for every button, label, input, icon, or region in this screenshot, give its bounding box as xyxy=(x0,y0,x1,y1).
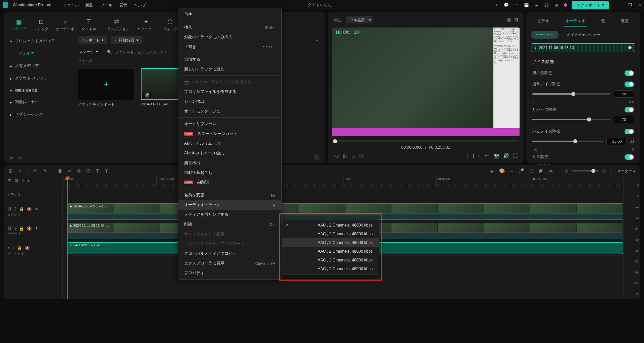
tracks-icon[interactable]: ☰ xyxy=(7,179,11,183)
tab-title[interactable]: Tタイトル xyxy=(82,18,96,32)
export-button[interactable]: エクスポート ▾ xyxy=(572,1,609,9)
ctx-item[interactable]: オーディオトラック▸ xyxy=(178,200,281,210)
step-back-icon[interactable]: |▷ xyxy=(343,153,348,158)
track-header-v2[interactable]: 🎞2🔒🔇👁 ビデオ 2 xyxy=(4,202,62,222)
play-icon[interactable]: ▷ xyxy=(352,153,356,158)
tab-media[interactable]: ▦メディア xyxy=(11,18,26,32)
ctx-item[interactable]: 再生 xyxy=(178,10,281,19)
link-icon[interactable]: ⛓ xyxy=(14,179,18,183)
ctx-item[interactable]: 新しいトラックに追加 xyxy=(178,64,281,74)
auto-icon[interactable]: ⌖ xyxy=(27,179,30,183)
undo-icon[interactable]: ↶ xyxy=(33,168,37,174)
menu-tool[interactable]: ツール xyxy=(100,2,112,8)
avatar-icon[interactable] xyxy=(564,3,567,7)
ctx-item[interactable]: メディアを再リンクする xyxy=(178,210,281,219)
ctx-item[interactable]: シーン検出 xyxy=(178,97,281,106)
track-header-v1[interactable]: 🎞1🔒🔇👁 ビデオ 1 xyxy=(4,222,62,241)
bin-icon[interactable]: 🗀 xyxy=(10,156,14,160)
screen-icon[interactable]: ▭ xyxy=(485,153,489,158)
track-header-v3[interactable]: ビデオ 3 xyxy=(4,187,62,202)
pointer-tool-icon[interactable]: ↖ xyxy=(18,168,22,174)
toggle-normal[interactable] xyxy=(625,82,634,87)
prop-tab-video[interactable]: ビデオ xyxy=(536,16,551,27)
ctx-item[interactable]: 無音検出 xyxy=(178,158,281,168)
save-icon[interactable]: 💾 xyxy=(524,2,529,8)
color-tool-icon[interactable]: 🎨 xyxy=(499,168,505,174)
track-v3[interactable] xyxy=(63,187,623,202)
render-icon[interactable]: ▣ xyxy=(539,168,543,174)
ctx-item[interactable]: 削除Del xyxy=(178,219,281,229)
record-dropdown[interactable]: ●録画/録音 ▾ xyxy=(111,36,142,44)
zoom-out-icon[interactable]: ⊖ xyxy=(565,168,569,174)
prev-frame-icon[interactable]: ◁| xyxy=(334,153,339,158)
ctx-item[interactable]: オートリフレーム xyxy=(178,119,281,129)
toggle-reverb[interactable] xyxy=(625,107,634,112)
more-icon[interactable]: ⋯ xyxy=(314,38,318,43)
ctx-item[interactable]: AIボーカルリムーバー xyxy=(178,139,281,148)
toggle-hum[interactable] xyxy=(625,129,634,134)
collapse-panel-button[interactable]: ‹ xyxy=(314,154,319,160)
menu-file[interactable]: ファイル xyxy=(63,2,79,8)
ctx-sub-item[interactable]: AAC , 2 Channels, 48000 kbps xyxy=(282,247,379,256)
minimize-button[interactable]: — xyxy=(618,3,622,7)
mixer-icon[interactable]: ☷ xyxy=(529,168,534,174)
toggle-wind[interactable] xyxy=(625,70,634,76)
folder-out-icon[interactable]: 🗁 xyxy=(19,156,23,160)
ctx-item[interactable]: 追加する xyxy=(178,55,281,64)
prop-tab-color[interactable]: 色 xyxy=(600,16,606,27)
ctx-item[interactable]: プロキシファイルを作成する xyxy=(178,87,281,97)
ctx-item[interactable]: 対象のトラックにのみ挿入 xyxy=(178,32,281,42)
filter-icon[interactable]: ⫯ xyxy=(308,38,310,43)
timeline-ruler[interactable]: :00:00 00:00:10:00 00:00:20:00 0:00 01:0… xyxy=(63,177,623,187)
mic-icon[interactable]: 🎤 xyxy=(518,168,524,174)
slider-reverb[interactable] xyxy=(532,119,610,120)
chat-icon[interactable]: 💬 xyxy=(503,2,509,8)
subtab-voice[interactable]: ボイスチェンジャー xyxy=(562,31,605,39)
image-view-icon[interactable]: 🖼 xyxy=(514,17,518,22)
ctx-item[interactable]: グローバルメディアにコピー xyxy=(178,249,281,258)
prop-tab-audio[interactable]: オーディオ xyxy=(564,16,587,27)
sidebar-shared-media[interactable]: ▸共有メディア xyxy=(4,60,71,72)
slider-normal[interactable] xyxy=(532,93,610,95)
track-v2[interactable]: ▶ 2024-11-…-09 16-08-… xyxy=(63,202,623,222)
scrub-bar[interactable] xyxy=(333,140,518,142)
sidebar-project-media[interactable]: ▾プロジェクトメディア xyxy=(4,35,71,47)
maximize-button[interactable]: ❐ xyxy=(628,3,632,7)
menu-edit[interactable]: 編集 xyxy=(86,2,94,8)
sidebar-adjust-layer[interactable]: ▸調整レイヤー xyxy=(4,96,71,108)
caption-icon[interactable]: cc xyxy=(549,168,553,174)
prop-tab-speed[interactable]: 速度 xyxy=(620,16,630,27)
ctx-sub-item[interactable]: AAC , 2 Channels, 48000 kbps xyxy=(282,264,379,273)
headphones-icon[interactable]: 🎧 xyxy=(544,2,549,8)
tab-effect[interactable]: ✦エフェクト xyxy=(137,18,155,32)
ctx-item[interactable]: 自動字幕起こし xyxy=(178,168,281,178)
speed-icon[interactable]: ⏱ xyxy=(86,168,91,174)
brace-open-icon[interactable]: { xyxy=(467,153,469,158)
quality-select[interactable]: フル品質 xyxy=(346,16,373,23)
lock-icon[interactable]: 🔒 xyxy=(17,246,22,250)
marker-tool-icon[interactable]: ⊞ xyxy=(9,168,13,174)
clip-handle-icon[interactable] xyxy=(628,46,632,49)
ctx-item[interactable]: 名前を変更F2 xyxy=(178,190,281,200)
tab-transition[interactable]: ⇄トランジション xyxy=(104,18,129,32)
magnet-icon[interactable]: ⧲ xyxy=(22,179,24,183)
ctx-item[interactable]: オートモンタージュ xyxy=(178,106,281,116)
lock-icon[interactable]: 🔒 xyxy=(19,226,24,231)
close-button[interactable]: ✕ xyxy=(638,3,641,7)
menu-help[interactable]: ヘルプ xyxy=(134,2,146,8)
visibility-icon[interactable]: 👁 xyxy=(35,226,39,231)
import-card[interactable]: + メディアをインポート xyxy=(78,68,135,107)
slider-hum[interactable] xyxy=(532,141,603,142)
ctx-sub-item[interactable]: AAC , 2 Channels, 48000 kbps xyxy=(282,238,379,247)
lock-icon[interactable]: 🔒 xyxy=(19,207,24,211)
context-menu[interactable]: 再生挿入Shift+I対象のトラックにのみ挿入上書きShift+O追加する新しい… xyxy=(178,8,282,280)
ctx-item[interactable]: 上書きShift+O xyxy=(178,42,281,52)
grid-view-icon[interactable]: ▦ xyxy=(507,17,511,22)
tab-audio[interactable]: ♪オーディオ xyxy=(56,18,74,32)
track-header-a1[interactable]: ♪1🔒🔇 オーディオ 1 xyxy=(4,241,62,260)
delete-icon[interactable]: 🗑 xyxy=(58,168,62,174)
menu-view[interactable]: 表示 xyxy=(119,2,127,8)
ctx-sub-item[interactable]: AAC , 2 Channels, 48000 kbps xyxy=(282,256,379,264)
mask-icon[interactable]: ◫ xyxy=(104,168,109,174)
scrub-handle[interactable] xyxy=(333,139,337,143)
